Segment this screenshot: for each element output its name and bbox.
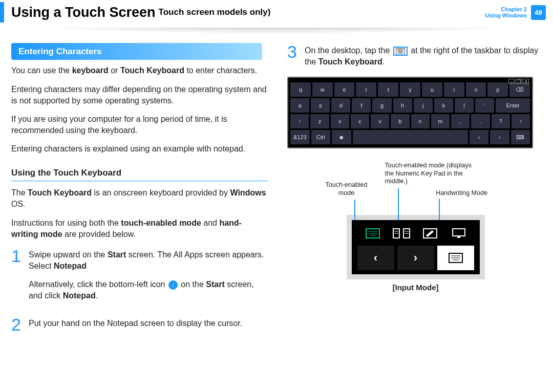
callout-numeric-mode: Touch-enabled mode (displays the Numeric…: [385, 162, 472, 186]
text-bold: Notepad: [54, 262, 87, 270]
step-number: 3: [287, 43, 299, 68]
key[interactable]: ↑: [512, 114, 530, 128]
step-2: 2 Put your hand on the Notepad screen to…: [11, 316, 268, 336]
text: On the desktop, tap the: [305, 46, 392, 55]
spacebar-key[interactable]: [353, 130, 468, 144]
key[interactable]: f: [352, 98, 371, 113]
key[interactable]: x: [331, 114, 349, 128]
text-bold: Touch Keyboard: [318, 57, 382, 66]
section-label: Using Windows: [485, 12, 527, 18]
key[interactable]: ?: [492, 114, 510, 128]
key[interactable]: ‹: [470, 130, 489, 144]
text: Swipe upward on the: [29, 250, 108, 259]
text-bold: Start: [206, 280, 224, 289]
mode-touch-icon[interactable]: [360, 224, 386, 243]
paragraph: Put your hand on the Notepad screen to d…: [29, 318, 268, 329]
header-meta-block: Chapter 2 Using Windows 48: [485, 5, 553, 20]
keyboard-icon: [393, 47, 408, 56]
panel-row-top: [356, 224, 476, 243]
key[interactable]: k: [434, 98, 453, 113]
text-bold: touch-enabled mode: [121, 219, 201, 227]
key[interactable]: r: [356, 82, 376, 97]
page-subtitle: Touch screen models only): [159, 7, 271, 17]
text: are provided below.: [62, 230, 136, 238]
key[interactable]: y: [400, 82, 420, 97]
paragraph: Entering characters is explained using a…: [11, 143, 268, 155]
key[interactable]: z: [310, 114, 329, 128]
key[interactable]: u: [422, 82, 442, 97]
key[interactable]: ⌨: [511, 130, 530, 144]
key[interactable]: ': [475, 98, 494, 113]
mode-standard-icon[interactable]: [446, 224, 472, 243]
paragraph: Instructions for using both the touch-en…: [11, 217, 268, 240]
text: Alternatively, click the bottom-left ico…: [29, 280, 167, 289]
text-bold: Touch Keyboard: [120, 66, 184, 75]
header-accent: [0, 2, 4, 23]
paragraph: Entering characters may differ depending…: [11, 84, 268, 106]
text: You can use the: [11, 66, 72, 75]
key[interactable]: q: [290, 82, 311, 97]
key[interactable]: h: [393, 98, 412, 113]
subheading: Using the Touch Keyboard: [11, 167, 268, 181]
key[interactable]: &123: [290, 130, 310, 144]
maximize-icon: ❐: [516, 79, 522, 84]
text: The: [11, 188, 28, 197]
text: to enter characters.: [184, 66, 257, 75]
key[interactable]: .: [471, 114, 490, 128]
text: .: [382, 57, 385, 66]
key[interactable]: ,: [451, 114, 470, 128]
key[interactable]: ↑: [290, 114, 309, 128]
text: is an onscreen keyboard provided by: [92, 188, 230, 197]
step-number: 1: [11, 247, 23, 309]
keyboard-row: ↑zxcvbnm,.?↑: [290, 114, 530, 128]
key[interactable]: o: [466, 82, 486, 97]
text: .: [96, 291, 98, 300]
svg-rect-16: [457, 236, 460, 238]
text: or: [109, 66, 120, 75]
text-bold: Start: [108, 250, 126, 259]
callout-touch-mode: Touch-enabled mode: [318, 181, 375, 197]
key[interactable]: e: [334, 82, 355, 97]
key[interactable]: b: [391, 114, 409, 128]
key[interactable]: g: [372, 98, 391, 113]
key[interactable]: v: [371, 114, 389, 128]
text: on the: [179, 280, 206, 289]
key[interactable]: a: [290, 98, 309, 113]
key[interactable]: j: [414, 98, 433, 113]
pointer-line: [354, 200, 355, 220]
next-button[interactable]: ›: [397, 246, 434, 270]
panel-row-bottom: ‹ ›: [356, 246, 476, 270]
key[interactable]: n: [411, 114, 430, 128]
keyboard-toggle-button[interactable]: [437, 246, 474, 270]
paragraph: Swipe upward on the Start screen. The Al…: [29, 249, 268, 272]
window-controls: — ❐ ✕: [508, 79, 529, 84]
step-1: 1 Swipe upward on the Start screen. The …: [11, 247, 268, 309]
right-column: 3 On the desktop, tap the at the right o…: [287, 43, 544, 343]
key[interactable]: w: [312, 82, 333, 97]
key[interactable]: ☻: [332, 130, 351, 144]
key[interactable]: l: [455, 98, 474, 113]
key[interactable]: ⌫: [509, 82, 530, 97]
text-bold: Touch Keyboard: [28, 188, 92, 197]
key[interactable]: d: [331, 98, 350, 113]
key[interactable]: i: [444, 82, 464, 97]
text-bold: keyboard: [72, 66, 109, 75]
key[interactable]: ›: [490, 130, 509, 144]
page-body: Entering Characters You can use the keyb…: [0, 43, 553, 343]
keyboard-row: &123Ctrl☻‹›⌨: [290, 130, 530, 144]
key[interactable]: c: [351, 114, 369, 128]
page-header: Using a Touch Screen Touch screen models…: [0, 0, 553, 25]
key[interactable]: t: [378, 82, 398, 97]
minimize-icon: —: [508, 79, 515, 84]
prev-button[interactable]: ‹: [357, 246, 394, 270]
mode-handwriting-icon[interactable]: [417, 224, 443, 243]
key[interactable]: p: [487, 82, 508, 97]
key[interactable]: Enter: [496, 98, 530, 113]
step-number: 2: [11, 316, 23, 336]
key[interactable]: Ctrl: [311, 130, 331, 144]
mode-split-icon[interactable]: [389, 224, 414, 243]
key[interactable]: m: [431, 114, 450, 128]
key[interactable]: s: [311, 98, 330, 113]
step-body: Swipe upward on the Start screen. The Al…: [29, 247, 268, 309]
pointer-line: [398, 188, 399, 220]
